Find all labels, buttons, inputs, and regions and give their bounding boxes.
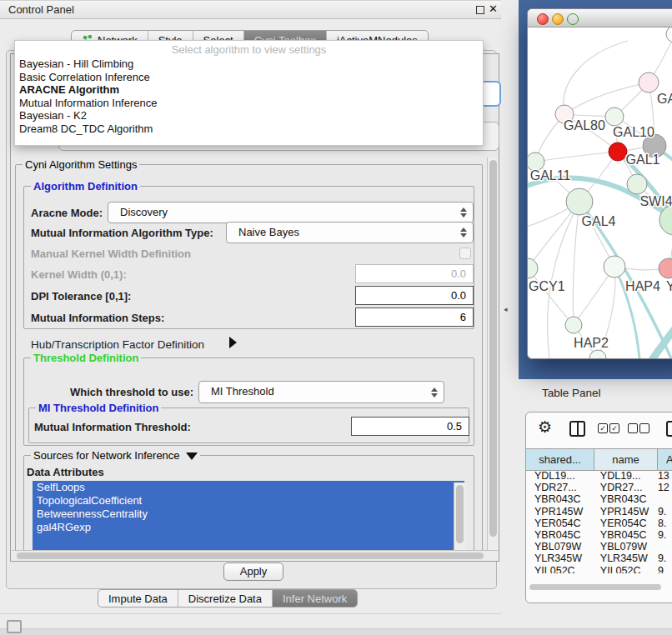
dpi-tolerance-label: DPI Tolerance [0,1]: [31, 290, 131, 302]
network-node-gal1[interactable] [609, 142, 627, 161]
list-item[interactable]: gal4RGexp [33, 521, 464, 534]
tab-impute-data[interactable]: Impute Data [98, 590, 178, 607]
menu-item[interactable]: Mutual Information Inference [15, 97, 483, 110]
unchecked-checkbox-icon[interactable] [628, 423, 638, 433]
network-window-titlebar[interactable] [528, 9, 672, 28]
splitter-arrow-icon[interactable]: ◂ [504, 305, 508, 313]
dpi-tolerance-field[interactable]: 0.0 [355, 286, 474, 305]
menu-item[interactable]: Bayesian - Hill Climbing [15, 58, 483, 71]
mi-threshold-field[interactable]: 0.5 [351, 417, 469, 436]
table-hscrollbar[interactable] [526, 578, 672, 591]
checked-checkbox-icon[interactable]: ✓ [609, 423, 619, 433]
toolbar-icon-partial[interactable] [666, 421, 672, 437]
node-label: GAL [657, 92, 672, 106]
cell: 13 [653, 470, 672, 482]
network-node[interactable] [666, 28, 672, 42]
checked-checkbox-icon[interactable]: ✓ [598, 423, 608, 433]
settings-hscrollbar-thumb[interactable] [17, 552, 484, 559]
network-node-gcy1[interactable] [528, 258, 538, 278]
mi-steps-field[interactable]: 6 [355, 308, 474, 327]
manual-kernel-width-label: Manual Kernel Width Definition [31, 248, 191, 260]
tab-discretize-data[interactable]: Discretize Data [178, 590, 272, 607]
table-row[interactable]: YPR145W YPR145W 9. [526, 506, 672, 518]
cell: YBR043C [526, 493, 592, 505]
network-node-gal4[interactable] [566, 188, 593, 215]
network-node-hap4[interactable] [604, 256, 625, 278]
table-row[interactable]: YDR27... YDR27... 12 [526, 482, 672, 493]
network-node-hap2[interactable] [565, 317, 582, 333]
which-threshold-combo[interactable]: MI Threshold [198, 381, 444, 403]
list-item[interactable]: SelfLoops [33, 481, 464, 494]
collapse-arrow-icon[interactable] [186, 452, 198, 460]
tab-infer-network-label: Infer Network [283, 592, 347, 605]
panel-splitter[interactable] [501, 0, 519, 635]
sources-title-wrap: Sources for Network Inference [31, 449, 200, 462]
apply-button[interactable]: Apply [223, 562, 283, 581]
table-row[interactable]: YLR345W YLR345W 9. [526, 552, 672, 564]
list-item[interactable]: BetweennessCentrality [33, 508, 464, 521]
menu-item[interactable]: Dream8 DC_TDC Algorithm [15, 122, 483, 136]
dpi-tolerance-value: 0.0 [451, 289, 466, 302]
mi-algorithm-type-combo[interactable]: Naive Bayes [226, 222, 474, 243]
threshold-definition-title: Threshold Definition [31, 352, 141, 364]
expand-arrow-icon[interactable] [229, 337, 237, 348]
split-columns-icon[interactable] [569, 421, 585, 437]
focused-combo-fragment [481, 81, 501, 107]
kernel-width-field[interactable]: 0.0 [355, 264, 474, 283]
table-row[interactable]: YBR045C YBR045C 9. [526, 529, 672, 541]
cell: 9 [653, 565, 672, 574]
sources-title: Sources for Network Inference [33, 449, 180, 462]
settings-vscrollbar-thumb[interactable] [489, 160, 497, 537]
table-row[interactable]: YBR043C YBR043C [526, 493, 672, 505]
cell: YBL079W [526, 541, 592, 552]
mi-steps-value: 6 [460, 311, 466, 323]
node-label-swi4: SWI4 [639, 194, 672, 208]
list-scrollbar-thumb[interactable] [456, 485, 464, 543]
cell [653, 493, 672, 505]
network-node[interactable] [639, 72, 659, 92]
bottom-strip [0, 628, 672, 635]
minimized-panel-icon[interactable] [7, 620, 22, 633]
aracne-mode-combo[interactable]: Discovery [108, 202, 474, 223]
close-traffic-icon[interactable] [537, 13, 549, 25]
cell: YER054C [592, 518, 653, 529]
column-header-partial[interactable]: A [658, 449, 672, 470]
unchecked-checkbox-icon[interactable] [639, 423, 649, 433]
column-header-shared[interactable]: shared... [526, 449, 594, 470]
cell: 8. [653, 518, 672, 529]
float-window-icon[interactable] [476, 6, 484, 14]
network-node-gal10[interactable] [605, 108, 624, 126]
settings-hscrollbar[interactable] [12, 550, 498, 562]
menu-item[interactable]: Bayesian - K2 [15, 109, 483, 122]
table-row[interactable]: YER054C YER054C 8. [526, 518, 672, 529]
tab-impute-data-label: Impute Data [108, 592, 168, 605]
tab-discretize-data-label: Discretize Data [188, 592, 262, 605]
close-icon[interactable]: ✕ [489, 2, 498, 15]
tab-infer-network[interactable]: Infer Network [272, 590, 357, 607]
network-node-swi4[interactable] [627, 174, 647, 194]
cell: YPR145W [526, 506, 592, 518]
menu-item-selected[interactable]: ARACNE Algorithm [15, 83, 483, 97]
menu-item[interactable]: Basic Correlation Inference [15, 71, 483, 84]
zoom-traffic-icon[interactable] [567, 13, 579, 25]
table-row[interactable]: YIL052C YIL052C 9 [526, 565, 672, 574]
combo-stepper-icon [431, 388, 438, 398]
settings-vscrollbar[interactable] [487, 158, 499, 550]
minimize-traffic-icon[interactable] [552, 13, 564, 25]
gear-icon[interactable]: ⚙ [538, 418, 552, 437]
list-item[interactable]: TopologicalCoefficient [33, 494, 464, 508]
algorithm-popup-prompt: Select algorithm to view settings [15, 41, 483, 58]
network-canvas[interactable]: GAL GAL80 GAL10 GAL1 GAL11 SWI4 GAL4 GCY… [528, 28, 672, 358]
table-row[interactable]: YDL19... YDL19... 13 [526, 470, 672, 482]
control-panel-title: Control Panel [8, 3, 74, 16]
mi-algorithm-type-value: Naive Bayes [238, 226, 299, 238]
manual-kernel-width-checkbox[interactable] [459, 248, 471, 259]
table-hscrollbar-thumb[interactable] [529, 584, 661, 590]
hub-definition-label: Hub/Transcription Factor Definition [31, 338, 204, 351]
network-node[interactable] [659, 258, 672, 278]
cell: YIL052C [592, 565, 653, 574]
node-label: Y [666, 279, 672, 293]
column-header-name[interactable]: name [594, 449, 658, 470]
table-row[interactable]: YBL079W YBL079W [526, 541, 672, 552]
cell: 9. [653, 506, 672, 518]
